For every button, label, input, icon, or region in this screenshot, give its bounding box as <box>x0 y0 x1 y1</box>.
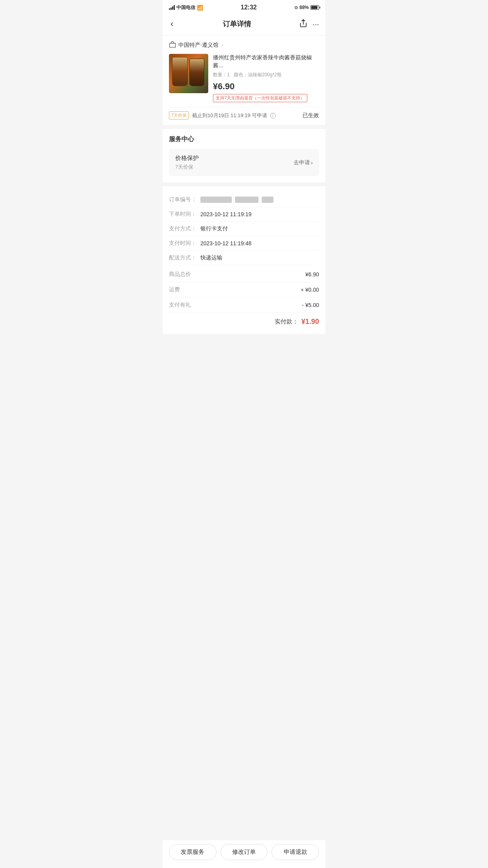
shipping-fee-label: 运费 <box>169 286 180 293</box>
status-right: ⊙ 88% <box>294 5 319 10</box>
price-section: 商品总价 ¥6.90 运费 + ¥0.00 支付有礼 - ¥5.00 实付款： … <box>169 267 319 327</box>
share-button[interactable] <box>299 19 308 29</box>
goods-total-row: 商品总价 ¥6.90 <box>169 267 319 282</box>
status-left: 中国电信 📶 <box>169 4 203 11</box>
payment-method-value: 银行卡支付 <box>200 225 319 232</box>
main-content: 中国特产·遵义馆 › 播州红贵州特产农家香辣牛肉酱香菇烧椒酱... 数量：1 颜… <box>163 36 325 369</box>
nav-bar: ‹ 订单详情 ··· <box>163 13 325 36</box>
discount-label: 支付有礼 <box>169 302 191 309</box>
payment-time-value: 2023-10-12 11:19:48 <box>200 240 319 246</box>
nav-actions: ··· <box>299 19 319 29</box>
product-price: ¥6.90 <box>213 81 319 92</box>
product-quantity: 数量：1 <box>213 72 230 77</box>
status-bar: 中国电信 📶 12:32 ⊙ 88% <box>163 0 325 13</box>
delivery-method-value: 快递运输 <box>200 254 319 261</box>
order-number-value <box>200 197 273 203</box>
blur-block-1 <box>200 197 232 203</box>
battery-icon <box>310 5 319 10</box>
signal-icon <box>169 5 175 10</box>
order-card: 订单编号： 下单时间： 2023-10-12 11:19:19 支付方式： 银行… <box>163 186 325 334</box>
price-protection-row: 7天价保 截止到10月19日 11:19:19 可申请 i 已生效 <box>169 107 319 120</box>
delivery-method-label: 配送方式： <box>169 254 200 261</box>
service-card: 服务中心 价格保护 7天价保 去申请 › <box>163 129 325 182</box>
payment-time-row: 支付时间： 2023-10-12 11:19:48 <box>169 236 319 251</box>
service-item-desc: 7天价保 <box>175 164 199 171</box>
svg-rect-1 <box>170 43 176 48</box>
price-prot-status: 已生效 <box>303 112 319 119</box>
service-item-left: 价格保护 7天价保 <box>175 154 199 171</box>
wifi-icon: 📶 <box>197 5 203 11</box>
apply-arrow: › <box>311 160 313 166</box>
total-label: 实付款： <box>275 318 298 326</box>
lock-icon: ⊙ <box>294 5 298 10</box>
service-item: 价格保护 7天价保 去申请 › <box>169 149 319 176</box>
apply-button[interactable]: 去申请 › <box>294 159 313 166</box>
return-policy-badge: 支持7天无理由退货（一次性包装破损不支持） <box>213 94 307 102</box>
order-time-row: 下单时间： 2023-10-12 11:19:19 <box>169 207 319 222</box>
shipping-fee-value: + ¥0.00 <box>301 287 319 293</box>
more-button[interactable]: ··· <box>312 20 319 29</box>
price-prot-left: 7天价保 截止到10月19日 11:19:19 可申请 i <box>169 111 276 120</box>
store-link[interactable]: 中国特产·遵义馆 › <box>169 41 319 49</box>
back-button[interactable]: ‹ <box>169 17 175 31</box>
discount-row: 支付有礼 - ¥5.00 <box>169 298 319 313</box>
blur-block-2 <box>235 197 259 203</box>
battery-percent: 88% <box>299 5 309 10</box>
product-name: 播州红贵州特产农家香辣牛肉酱香菇烧椒酱... <box>213 54 319 69</box>
product-color: 颜色：油辣椒200g*2瓶 <box>234 72 282 77</box>
price-prot-text: 截止到10月19日 11:19:19 可申请 i <box>192 112 275 119</box>
order-number-label: 订单编号： <box>169 196 200 203</box>
blur-block-3 <box>262 197 273 203</box>
service-item-name: 价格保护 <box>175 154 199 162</box>
total-value: ¥1.90 <box>301 318 319 326</box>
price-badge: 7天价保 <box>169 111 189 120</box>
order-number-row: 订单编号： <box>169 193 319 207</box>
product-image <box>169 54 208 93</box>
payment-method-label: 支付方式： <box>169 225 200 232</box>
product-info: 播州红贵州特产农家香辣牛肉酱香菇烧椒酱... 数量：1 颜色：油辣椒200g*2… <box>213 54 319 102</box>
store-arrow: › <box>222 42 223 48</box>
status-time: 12:32 <box>241 4 257 11</box>
order-time-value: 2023-10-12 11:19:19 <box>200 211 319 217</box>
goods-total-label: 商品总价 <box>169 271 191 278</box>
product-row: 播州红贵州特产农家香辣牛肉酱香菇烧椒酱... 数量：1 颜色：油辣椒200g*2… <box>169 54 319 102</box>
store-name: 中国特产·遵义馆 <box>178 42 218 49</box>
product-card: 中国特产·遵义馆 › 播州红贵州特产农家香辣牛肉酱香菇烧椒酱... 数量：1 颜… <box>163 36 325 125</box>
total-row: 实付款： ¥1.90 <box>169 313 319 327</box>
carrier-label: 中国电信 <box>176 4 195 11</box>
store-icon <box>169 41 176 49</box>
shipping-fee-row: 运费 + ¥0.00 <box>169 282 319 298</box>
page-title: 订单详情 <box>223 19 251 29</box>
info-icon[interactable]: i <box>270 113 276 118</box>
goods-total-value: ¥6.90 <box>305 271 319 278</box>
product-specs: 数量：1 颜色：油辣椒200g*2瓶 <box>213 72 319 78</box>
payment-time-label: 支付时间： <box>169 240 200 247</box>
order-time-label: 下单时间： <box>169 211 200 218</box>
payment-method-row: 支付方式： 银行卡支付 <box>169 222 319 236</box>
delivery-method-row: 配送方式： 快递运输 <box>169 251 319 265</box>
discount-value: - ¥5.00 <box>302 302 319 308</box>
service-title: 服务中心 <box>169 135 319 143</box>
